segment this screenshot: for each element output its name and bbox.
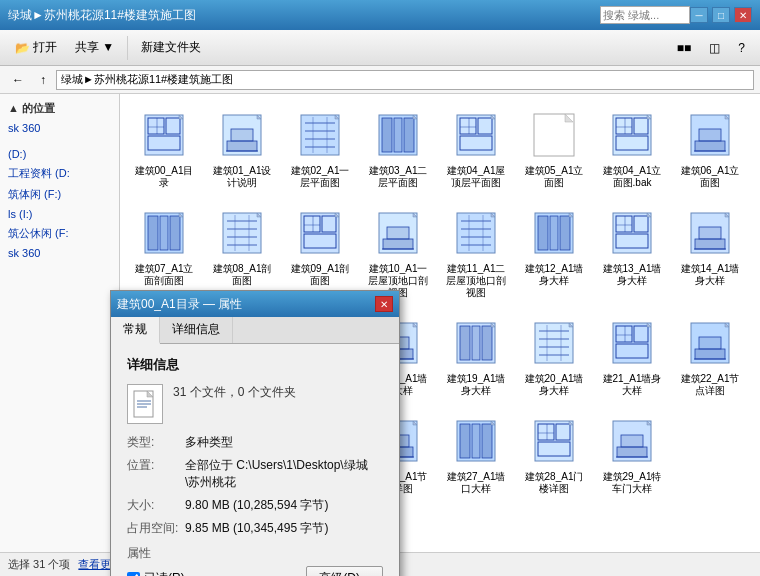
file-name-label: 建筑22_A1节点详图 <box>677 373 743 397</box>
file-item[interactable]: 建筑03_A1二层平面图 <box>362 102 434 194</box>
file-item[interactable]: 建筑04_A1屋顶层平面图 <box>440 102 512 194</box>
file-item[interactable]: 建筑10_A1一层屋顶地口剖视图 <box>362 200 434 304</box>
svg-rect-9 <box>231 129 253 141</box>
open-button[interactable]: 📂 打开 <box>8 35 64 60</box>
maximize-button[interactable]: □ <box>712 7 730 23</box>
file-item[interactable]: 建筑01_A1设计说明 <box>206 102 278 194</box>
file-item[interactable]: 建筑08_A1剖面图 <box>206 200 278 304</box>
dialog-row-diskspace: 占用空间: 9.85 MB (10,345,495 字节) <box>127 520 383 537</box>
close-button[interactable]: ✕ <box>734 7 752 23</box>
file-item[interactable]: 建筑00_A1目录 <box>128 102 200 194</box>
file-item[interactable]: 建筑12_A1墙身大样 <box>518 200 590 304</box>
file-item[interactable]: 建筑27_A1墙口大样 <box>440 408 512 500</box>
file-name-label: 建筑03_A1二层平面图 <box>365 165 431 189</box>
new-folder-button[interactable]: 新建文件夹 <box>134 35 208 60</box>
minimize-button[interactable]: ─ <box>690 7 708 23</box>
tab-details[interactable]: 详细信息 <box>160 317 233 343</box>
title-bar-text: 绿城►苏州桃花源11#楼建筑施工图 <box>8 7 592 24</box>
dialog-title-text: 建筑00_A1目录 — 属性 <box>117 296 375 313</box>
dialog-row-location: 位置: 全部位于 C:\Users\1\Desktop\绿城\苏州桃花 <box>127 457 383 491</box>
svg-rect-51 <box>223 213 261 253</box>
file-name-label: 建筑09_A1剖面图 <box>287 263 353 287</box>
svg-rect-81 <box>550 216 558 250</box>
dialog-title-bar: 建筑00_A1目录 — 属性 ✕ <box>111 291 399 317</box>
search-input[interactable] <box>600 6 690 24</box>
svg-rect-92 <box>695 239 725 249</box>
file-name-label: 建筑13_A1墙身大样 <box>599 263 665 287</box>
file-name-label: 建筑29_A1特车门大样 <box>599 471 665 495</box>
file-thumbnail <box>214 205 270 261</box>
sort-button[interactable]: ◫ <box>702 37 727 59</box>
dialog-value-size: 9.80 MB (10,285,594 字节) <box>185 497 328 514</box>
file-name-label: 建筑01_A1设计说明 <box>209 165 275 189</box>
file-thumbnail <box>448 413 504 469</box>
file-item[interactable]: 建筑13_A1墙身大样 <box>596 200 668 304</box>
sidebar-item-project[interactable]: 工程资料 (D: <box>0 163 119 184</box>
dialog-close-button[interactable]: ✕ <box>375 296 393 312</box>
file-item[interactable]: 建筑06_A1立面图 <box>674 102 746 194</box>
sidebar-item-sk360[interactable]: sk 360 <box>0 119 119 137</box>
dialog-label-diskspace: 占用空间: <box>127 520 185 537</box>
file-thumbnail <box>136 107 192 163</box>
help-button[interactable]: ? <box>731 37 752 59</box>
file-item[interactable]: 建筑09_A1剖面图 <box>284 200 356 304</box>
file-thumbnail <box>604 315 660 371</box>
svg-rect-123 <box>472 326 480 360</box>
file-item[interactable]: 建筑20_A1墙身大样 <box>518 310 590 402</box>
up-button[interactable]: ↑ <box>34 71 52 89</box>
dialog-value-location: 全部位于 C:\Users\1\Desktop\绿城\苏州桃花 <box>185 457 383 491</box>
file-item[interactable]: 建筑05_A1立面图 <box>518 102 590 194</box>
sidebar-item-i[interactable]: ls (I:) <box>0 205 119 223</box>
sidebar: ▲ 的位置 sk 360 (D:) 工程资料 (D: 筑体闲 (F:) ls (… <box>0 94 120 552</box>
title-bar: 绿城►苏州桃花源11#楼建筑施工图 ─ □ ✕ <box>0 0 760 30</box>
file-item[interactable]: 建筑22_A1节点详图 <box>674 310 746 402</box>
file-item[interactable]: 建筑19_A1墙身大样 <box>440 310 512 402</box>
file-item[interactable]: 建筑02_A1一层平面图 <box>284 102 356 194</box>
tab-general[interactable]: 常规 <box>111 317 160 344</box>
file-name-label: 建筑12_A1墙身大样 <box>521 263 587 287</box>
address-input[interactable] <box>56 70 754 90</box>
dialog-body: 详细信息 31 个文件，0 个文件夹 类型: 多种类型 <box>111 344 399 576</box>
back-button[interactable]: ← <box>6 71 30 89</box>
file-item[interactable]: 建21_A1墙身大样 <box>596 310 668 402</box>
sidebar-item-leisure[interactable]: 筑体闲 (F:) <box>0 184 119 205</box>
svg-rect-143 <box>699 337 721 349</box>
file-thumbnail <box>526 107 582 163</box>
file-name-label: 建筑04_A1屋顶层平面图 <box>443 165 509 189</box>
file-name-label: 建筑08_A1剖面图 <box>209 263 275 287</box>
properties-dialog[interactable]: 建筑00_A1目录 — 属性 ✕ 常规 详细信息 详细信息 31 个文件 <box>110 290 400 576</box>
svg-rect-173 <box>472 424 480 458</box>
file-item[interactable]: 建筑11_A1二层屋顶地口剖视图 <box>440 200 512 304</box>
file-item[interactable]: 建筑14_A1墙身大样 <box>674 200 746 304</box>
file-thumbnail <box>682 107 738 163</box>
sidebar-item-d[interactable]: (D:) <box>0 145 119 163</box>
dialog-row-size: 大小: 9.80 MB (10,285,594 字节) <box>127 497 383 514</box>
file-item[interactable]: 建筑07_A1立面剖面图 <box>128 200 200 304</box>
svg-rect-68 <box>387 227 409 239</box>
file-name-label: 建筑06_A1立面图 <box>677 165 743 189</box>
file-item[interactable]: 建筑04_A1立面图.bak <box>596 102 668 194</box>
svg-rect-22 <box>394 118 402 152</box>
file-thumbnail <box>292 205 348 261</box>
svg-rect-122 <box>460 326 470 360</box>
dialog-label-size: 大小: <box>127 497 185 514</box>
share-button[interactable]: 共享 ▼ <box>68 35 121 60</box>
file-thumbnail <box>214 107 270 163</box>
file-thumbnail <box>604 413 660 469</box>
file-thumbnail <box>604 107 660 163</box>
file-thumbnail <box>448 205 504 261</box>
file-name-label: 建21_A1墙身大样 <box>599 373 665 397</box>
file-thumbnail <box>526 413 582 469</box>
svg-rect-80 <box>538 216 548 250</box>
file-thumbnail <box>526 205 582 261</box>
file-item[interactable]: 建筑28_A1门楼详图 <box>518 408 590 500</box>
advanced-button[interactable]: 高级(D)... <box>306 566 383 576</box>
view-button[interactable]: ■■ <box>670 37 699 59</box>
sidebar-item-public[interactable]: 筑公休闲 (F: <box>0 223 119 244</box>
window-controls: ─ □ ✕ <box>690 7 752 23</box>
svg-rect-8 <box>227 141 257 151</box>
file-item[interactable]: 建筑29_A1特车门大样 <box>596 408 668 500</box>
readonly-checkbox[interactable] <box>127 572 140 576</box>
sidebar-item-sk360b[interactable]: sk 360 <box>0 244 119 262</box>
file-thumbnail <box>370 107 426 163</box>
